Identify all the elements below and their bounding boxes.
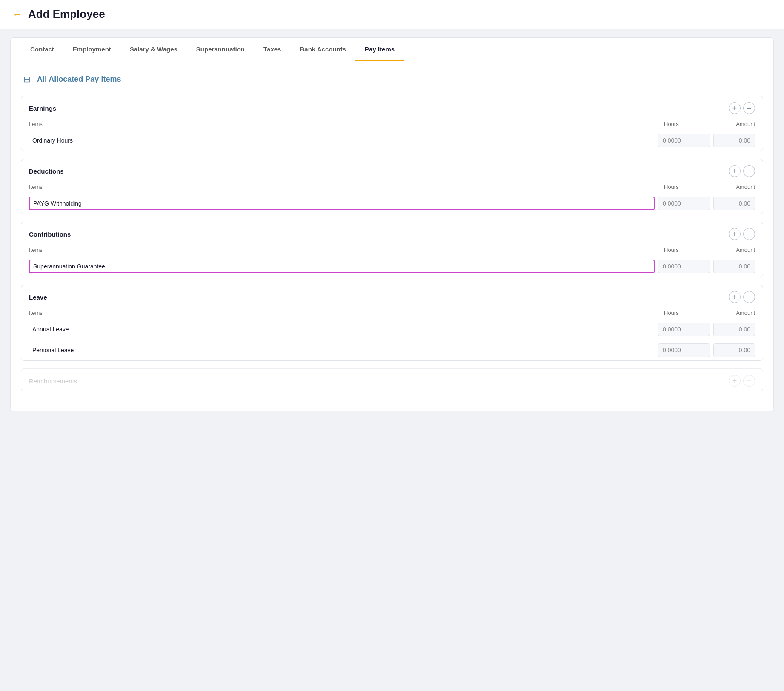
deductions-add-button[interactable]: + bbox=[729, 165, 741, 177]
deductions-table: Items Hours Amount bbox=[21, 181, 763, 214]
leave-personal-hours-input[interactable] bbox=[658, 343, 710, 357]
earnings-col-items: Items bbox=[21, 118, 656, 130]
deductions-remove-button[interactable]: − bbox=[743, 165, 755, 177]
earnings-amount-input[interactable] bbox=[713, 134, 755, 147]
table-row bbox=[21, 256, 763, 277]
table-row bbox=[21, 319, 763, 340]
contributions-hours-input[interactable] bbox=[658, 260, 710, 273]
tab-salary-wages[interactable]: Salary & Wages bbox=[120, 38, 187, 61]
deductions-section: Deductions + − Items Hours Amount bbox=[21, 159, 763, 214]
deductions-col-hours: Hours bbox=[656, 181, 712, 193]
reimbursements-section-header: Reimbursements + − bbox=[21, 369, 763, 391]
contributions-section: Contributions + − Items Hours Amount bbox=[21, 222, 763, 277]
back-button[interactable]: ← bbox=[13, 9, 22, 20]
deductions-item-input[interactable] bbox=[29, 197, 655, 210]
tab-taxes[interactable]: Taxes bbox=[254, 38, 290, 61]
tab-pay-items[interactable]: Pay Items bbox=[355, 38, 404, 61]
table-row bbox=[21, 130, 763, 151]
leave-section: Leave + − Items Hours Amount bbox=[21, 285, 763, 361]
deductions-section-header: Deductions + − bbox=[21, 159, 763, 181]
contributions-table: Items Hours Amount bbox=[21, 244, 763, 277]
contributions-add-button[interactable]: + bbox=[729, 228, 741, 240]
allocated-pay-items-header: ⊟ All Allocated Pay Items bbox=[21, 73, 763, 85]
leave-personal-item-cell bbox=[21, 340, 656, 361]
earnings-add-button[interactable]: + bbox=[729, 102, 741, 114]
leave-label: Leave bbox=[29, 294, 47, 301]
earnings-amount-cell bbox=[712, 130, 763, 151]
tab-nav: Contact Employment Salary & Wages Supera… bbox=[11, 38, 773, 61]
contributions-item-cell bbox=[21, 256, 656, 277]
contributions-remove-button[interactable]: − bbox=[743, 228, 755, 240]
reimbursements-actions: + − bbox=[729, 375, 755, 387]
deductions-hours-input[interactable] bbox=[658, 197, 710, 210]
earnings-section: Earnings + − Items Hours Amount bbox=[21, 96, 763, 151]
leave-personal-amount-input[interactable] bbox=[713, 343, 755, 357]
deductions-col-amount: Amount bbox=[712, 181, 763, 193]
earnings-section-header: Earnings + − bbox=[21, 96, 763, 118]
earnings-item-cell bbox=[21, 130, 656, 151]
table-row bbox=[21, 340, 763, 361]
leave-col-items: Items bbox=[21, 307, 656, 319]
contributions-amount-cell bbox=[712, 256, 763, 277]
deductions-amount-cell bbox=[712, 193, 763, 214]
contributions-actions: + − bbox=[729, 228, 755, 240]
leave-annual-amount-cell bbox=[712, 319, 763, 340]
earnings-label: Earnings bbox=[29, 105, 56, 112]
earnings-col-hours: Hours bbox=[656, 118, 712, 130]
earnings-item-input[interactable] bbox=[29, 134, 655, 146]
tab-contact[interactable]: Contact bbox=[21, 38, 63, 61]
deductions-amount-input[interactable] bbox=[713, 197, 755, 210]
tab-employment[interactable]: Employment bbox=[63, 38, 120, 61]
deductions-hours-cell bbox=[656, 193, 712, 214]
leave-table: Items Hours Amount bbox=[21, 307, 763, 360]
leave-annual-item-cell bbox=[21, 319, 656, 340]
deductions-item-cell bbox=[21, 193, 656, 214]
contributions-hours-cell bbox=[656, 256, 712, 277]
content-area: ⊟ All Allocated Pay Items Earnings + − I… bbox=[11, 61, 773, 411]
contributions-col-hours: Hours bbox=[656, 244, 712, 256]
earnings-actions: + − bbox=[729, 102, 755, 114]
contributions-amount-input[interactable] bbox=[713, 260, 755, 273]
allocated-pay-items-title: All Allocated Pay Items bbox=[37, 75, 121, 84]
earnings-remove-button[interactable]: − bbox=[743, 102, 755, 114]
contributions-label: Contributions bbox=[29, 231, 71, 238]
leave-annual-hours-cell bbox=[656, 319, 712, 340]
earnings-hours-input[interactable] bbox=[658, 134, 710, 147]
leave-actions: + − bbox=[729, 291, 755, 303]
leave-annual-amount-input[interactable] bbox=[713, 323, 755, 336]
divider bbox=[21, 88, 763, 88]
reimbursements-section: Reimbursements + − bbox=[21, 368, 763, 391]
leave-personal-hours-cell bbox=[656, 340, 712, 361]
leave-col-hours: Hours bbox=[656, 307, 712, 319]
contributions-col-items: Items bbox=[21, 244, 656, 256]
reimbursements-label: Reimbursements bbox=[29, 377, 77, 385]
table-row bbox=[21, 193, 763, 214]
leave-annual-item-input[interactable] bbox=[29, 323, 655, 335]
deductions-label: Deductions bbox=[29, 168, 64, 175]
deductions-actions: + − bbox=[729, 165, 755, 177]
earnings-hours-cell bbox=[656, 130, 712, 151]
tab-superannuation[interactable]: Superannuation bbox=[187, 38, 254, 61]
leave-col-amount: Amount bbox=[712, 307, 763, 319]
leave-section-header: Leave + − bbox=[21, 285, 763, 307]
contributions-item-input[interactable] bbox=[29, 260, 655, 273]
earnings-table: Items Hours Amount bbox=[21, 118, 763, 151]
page-header: ← Add Employee bbox=[0, 0, 784, 29]
leave-personal-amount-cell bbox=[712, 340, 763, 361]
reimbursements-add-button[interactable]: + bbox=[729, 375, 741, 387]
leave-personal-item-input[interactable] bbox=[29, 344, 655, 356]
deductions-col-items: Items bbox=[21, 181, 656, 193]
earnings-col-amount: Amount bbox=[712, 118, 763, 130]
leave-remove-button[interactable]: − bbox=[743, 291, 755, 303]
leave-annual-hours-input[interactable] bbox=[658, 323, 710, 336]
contributions-section-header: Contributions + − bbox=[21, 222, 763, 244]
tab-bank-accounts[interactable]: Bank Accounts bbox=[290, 38, 355, 61]
pay-items-icon: ⊟ bbox=[21, 73, 33, 85]
reimbursements-remove-button[interactable]: − bbox=[743, 375, 755, 387]
page-title: Add Employee bbox=[28, 8, 105, 21]
main-card: Contact Employment Salary & Wages Supera… bbox=[10, 37, 774, 411]
contributions-col-amount: Amount bbox=[712, 244, 763, 256]
leave-add-button[interactable]: + bbox=[729, 291, 741, 303]
